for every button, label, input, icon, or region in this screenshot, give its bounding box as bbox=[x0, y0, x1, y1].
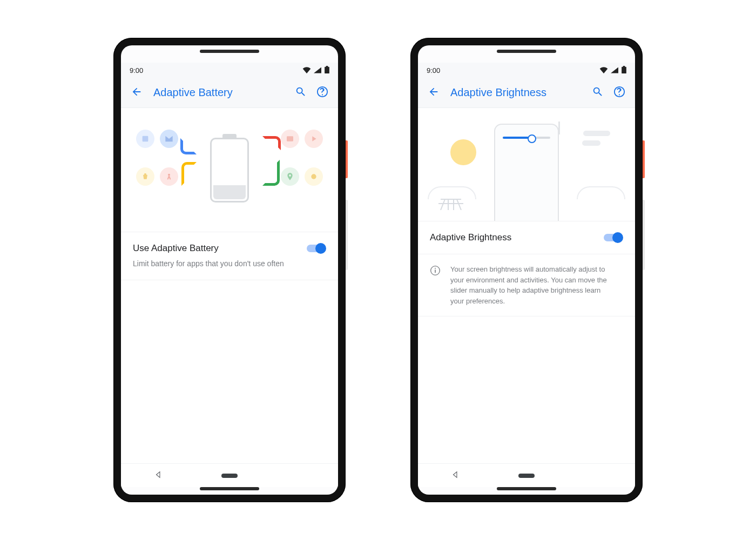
phone-speaker-top bbox=[200, 50, 259, 53]
status-bar: 9:00 bbox=[121, 63, 338, 78]
content-area: Adaptive Brightness Your screen brightne… bbox=[418, 108, 635, 463]
search-icon bbox=[592, 86, 604, 98]
search-button[interactable] bbox=[589, 83, 607, 103]
info-description-row: Your screen brightness will automaticall… bbox=[418, 254, 635, 316]
cloud-icon bbox=[582, 140, 600, 146]
svg-rect-0 bbox=[143, 136, 148, 142]
nav-home-pill[interactable] bbox=[221, 474, 238, 478]
toggle-switch[interactable] bbox=[307, 243, 326, 254]
hero-illustration bbox=[418, 108, 635, 221]
cellular-icon bbox=[314, 67, 321, 73]
setting-adaptive-brightness[interactable]: Adaptive Brightness bbox=[418, 221, 635, 254]
phone-volume-button bbox=[346, 200, 348, 270]
cloud-icon bbox=[583, 131, 610, 136]
search-button[interactable] bbox=[292, 83, 310, 103]
app-circle-icon bbox=[136, 167, 154, 186]
app-circle-icon bbox=[160, 130, 178, 148]
connector-line bbox=[262, 160, 280, 186]
setting-title: Adaptive Brightness bbox=[430, 232, 511, 243]
sun-icon bbox=[450, 139, 476, 165]
info-description-text: Your screen brightness will automaticall… bbox=[450, 264, 607, 306]
nav-back-button[interactable] bbox=[154, 471, 162, 481]
phone-mockup-left: 9:00 Adaptive Battery bbox=[113, 38, 346, 502]
help-icon bbox=[316, 86, 328, 98]
status-icons bbox=[598, 66, 626, 75]
toggle-switch[interactable] bbox=[604, 232, 623, 243]
battery-icon bbox=[325, 66, 329, 73]
system-nav-bar bbox=[418, 463, 635, 487]
brightness-slider-icon bbox=[503, 137, 550, 139]
status-icons bbox=[301, 66, 329, 75]
phone-speaker-bottom bbox=[497, 487, 556, 490]
info-icon bbox=[430, 265, 441, 306]
phone-speaker-top bbox=[497, 50, 556, 53]
svg-rect-1 bbox=[287, 136, 293, 141]
svg-rect-5 bbox=[435, 269, 436, 273]
phone-power-button bbox=[643, 140, 645, 178]
picnic-table-icon bbox=[437, 195, 464, 210]
help-button[interactable] bbox=[313, 83, 332, 103]
phone-speaker-bottom bbox=[200, 487, 259, 490]
triangle-back-icon bbox=[154, 471, 162, 478]
battery-illustration-icon bbox=[210, 138, 249, 202]
page-title: Adaptive Brightness bbox=[450, 86, 585, 99]
hill-icon bbox=[577, 186, 625, 199]
app-circle-icon bbox=[136, 130, 154, 148]
app-circle-icon bbox=[160, 167, 178, 186]
app-circle-icon bbox=[281, 130, 299, 148]
app-circle-icon bbox=[305, 167, 323, 186]
help-button[interactable] bbox=[610, 83, 629, 103]
connector-line bbox=[180, 138, 197, 154]
help-icon bbox=[613, 86, 625, 98]
nav-home-pill[interactable] bbox=[518, 474, 535, 478]
status-bar: 9:00 bbox=[418, 63, 635, 78]
back-button[interactable] bbox=[424, 83, 443, 103]
svg-rect-6 bbox=[435, 268, 436, 269]
phone-power-button bbox=[346, 140, 348, 178]
setting-subtitle: Limit battery for apps that you don't us… bbox=[133, 258, 284, 269]
cellular-icon bbox=[611, 67, 618, 73]
phone-volume-button bbox=[643, 200, 645, 270]
mini-phone-illustration bbox=[494, 124, 559, 221]
svg-point-3 bbox=[311, 174, 316, 179]
content-area: Use Adaptive Battery Limit battery for a… bbox=[121, 108, 338, 463]
page-title: Adaptive Battery bbox=[153, 86, 288, 99]
connector-line bbox=[262, 136, 281, 150]
triangle-back-icon bbox=[451, 471, 459, 478]
phone-screen: 9:00 Adaptive Brightness bbox=[418, 45, 635, 495]
connector-line bbox=[181, 162, 197, 186]
hero-illustration bbox=[121, 108, 338, 232]
status-time: 9:00 bbox=[130, 66, 143, 75]
app-bar: Adaptive Battery bbox=[121, 78, 338, 108]
status-time: 9:00 bbox=[427, 66, 440, 75]
app-circle-icon bbox=[305, 130, 323, 148]
wifi-icon bbox=[599, 67, 608, 73]
setting-adaptive-battery[interactable]: Use Adaptive Battery Limit battery for a… bbox=[121, 232, 338, 280]
arrow-left-icon bbox=[131, 86, 143, 98]
phone-screen: 9:00 Adaptive Battery bbox=[121, 45, 338, 495]
arrow-left-icon bbox=[428, 86, 440, 98]
setting-title: Use Adaptive Battery bbox=[133, 243, 219, 254]
nav-back-button[interactable] bbox=[451, 471, 459, 481]
phone-mockup-right: 9:00 Adaptive Brightness bbox=[410, 38, 643, 502]
svg-point-2 bbox=[168, 174, 170, 176]
app-circle-icon bbox=[281, 167, 299, 186]
wifi-icon bbox=[302, 67, 311, 73]
back-button[interactable] bbox=[127, 83, 146, 103]
system-nav-bar bbox=[121, 463, 338, 487]
battery-icon bbox=[622, 66, 626, 73]
app-bar: Adaptive Brightness bbox=[418, 78, 635, 108]
search-icon bbox=[295, 86, 307, 98]
